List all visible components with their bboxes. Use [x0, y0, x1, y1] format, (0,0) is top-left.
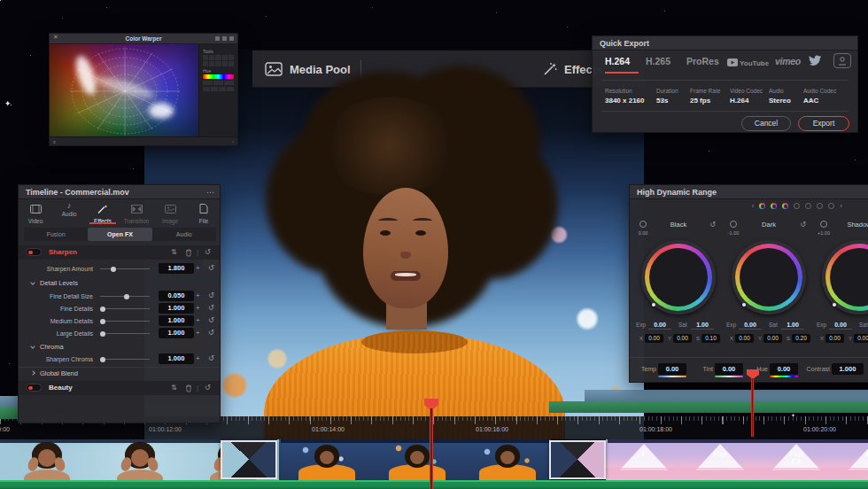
sat-value[interactable]: 1.00: [781, 320, 804, 330]
large-details-slider[interactable]: [100, 333, 150, 334]
sharpen-enable-toggle[interactable]: [26, 248, 42, 256]
beauty-enable-toggle[interactable]: [26, 384, 42, 392]
cancel-button[interactable]: Cancel: [741, 116, 791, 131]
tab-transition[interactable]: Transition: [120, 201, 153, 224]
reset-icon[interactable]: ↺: [208, 315, 214, 326]
reset-icon[interactable]: ↺: [208, 328, 214, 338]
keyframe-icon[interactable]: +: [196, 353, 200, 364]
audio-track-bar[interactable]: [0, 480, 868, 489]
tab-audio[interactable]: ♪ Audio: [52, 201, 86, 217]
sharpen-amount-slider[interactable]: [100, 268, 150, 269]
panel-option-icons[interactable]: [215, 36, 234, 41]
warper-controls[interactable]: [203, 81, 234, 85]
tint-value[interactable]: 0.00: [715, 363, 743, 375]
tab-vimeo[interactable]: vimeo: [775, 56, 801, 66]
reset-icon[interactable]: ↺: [800, 221, 806, 229]
subtab-openfx[interactable]: Open FX: [88, 228, 151, 241]
reset-icon[interactable]: ↺: [205, 381, 211, 395]
sharpen-amount-value[interactable]: 1.800: [159, 263, 194, 274]
x-value[interactable]: 0.00: [645, 334, 663, 343]
hue-value[interactable]: 0.00: [770, 363, 798, 375]
cross-dissolve-transition[interactable]: [221, 440, 277, 479]
warper-controls[interactable]: [203, 87, 234, 91]
chroma-section[interactable]: Chroma: [19, 341, 220, 353]
warper-tool-grid[interactable]: [203, 55, 234, 66]
y-value[interactable]: 0.00: [673, 334, 692, 343]
reset-icon[interactable]: ↺: [208, 353, 214, 364]
prev-zone-arrow[interactable]: ‹: [752, 203, 755, 209]
trash-icon[interactable]: [185, 249, 192, 258]
trash-icon[interactable]: [185, 384, 192, 393]
secondary-playhead-line[interactable]: [751, 378, 754, 437]
large-details-value[interactable]: 1.000: [159, 328, 194, 338]
audio-track-strip[interactable]: [549, 401, 868, 413]
tab-h265[interactable]: H.265: [646, 56, 670, 66]
tab-h264[interactable]: H.264: [605, 56, 630, 66]
global-blend-section[interactable]: Global Blend: [19, 367, 220, 378]
xys-row: X 0.00 Y 0.00 S 0.10: [634, 334, 723, 345]
tab-file[interactable]: File: [187, 201, 221, 224]
tab-effects[interactable]: Effects: [86, 201, 120, 224]
fine-detail-size-value[interactable]: 0.050: [159, 291, 194, 301]
reset-icon[interactable]: ↺: [205, 245, 211, 260]
next-zone-arrow[interactable]: ›: [840, 203, 842, 209]
tab-twitter[interactable]: [809, 55, 822, 66]
video-track-strip[interactable]: [0, 396, 18, 408]
reorder-icon[interactable]: ⇅: [171, 245, 177, 260]
keyframe-icon[interactable]: +: [196, 315, 200, 326]
hdr-zone-dots[interactable]: ‹ ›: [752, 203, 842, 209]
close-icon[interactable]: ✕: [53, 34, 58, 41]
video-track[interactable]: F Fuji Fuji EX Fuji EX: [0, 439, 868, 480]
hue-gradient-strip[interactable]: [203, 74, 234, 79]
reset-icon[interactable]: ↺: [208, 291, 214, 301]
detail-levels-section[interactable]: Detail Levels: [19, 277, 220, 289]
device-export-icon[interactable]: [833, 53, 851, 68]
video-track-strip[interactable]: [585, 390, 868, 401]
reset-icon[interactable]: ↺: [709, 221, 716, 229]
panel-menu-icon[interactable]: ⋯: [206, 185, 214, 199]
sharpen-chroma-value[interactable]: 1.000: [159, 353, 194, 364]
y-value[interactable]: 0.00: [854, 334, 868, 343]
keyframe-icon[interactable]: +: [196, 328, 200, 338]
reorder-icon[interactable]: ⇅: [171, 381, 177, 395]
exp-value[interactable]: 0.00: [648, 320, 671, 330]
reset-icon[interactable]: ↺: [208, 303, 214, 314]
medium-details-slider[interactable]: [100, 321, 150, 322]
color-warper-canvas[interactable]: [50, 44, 200, 138]
x-value[interactable]: 0.00: [825, 334, 844, 343]
keyframe-icon[interactable]: +: [196, 303, 200, 314]
y-value[interactable]: 0.00: [763, 334, 782, 343]
exp-value[interactable]: 0.00: [739, 320, 762, 330]
tab-video[interactable]: Video: [19, 201, 52, 224]
tab-prores[interactable]: ProRes: [686, 56, 719, 66]
contrast-value[interactable]: 1.000: [832, 363, 864, 375]
cross-dissolve-transition[interactable]: [549, 440, 606, 479]
tab-image[interactable]: Image: [153, 201, 187, 224]
keyframe-icon[interactable]: +: [196, 291, 200, 301]
dark-color-wheel[interactable]: [732, 240, 806, 314]
reset-icon[interactable]: ↺: [208, 263, 214, 274]
field-label: Duration: [656, 88, 678, 94]
keyframe-icon[interactable]: +: [196, 263, 200, 274]
fine-details-slider[interactable]: [100, 308, 150, 309]
medium-details-value[interactable]: 1.000: [159, 315, 194, 326]
x-value[interactable]: 0.00: [735, 334, 754, 343]
clip-fuji[interactable]: F Fuji Fuji EX Fuji EX: [606, 439, 868, 480]
sat-value[interactable]: 1.00: [691, 320, 714, 330]
subtab-fusion[interactable]: Fusion: [24, 228, 88, 241]
audio-track-strip[interactable]: [0, 408, 18, 419]
subtab-audio[interactable]: Audio: [152, 228, 216, 241]
black-color-wheel[interactable]: [641, 240, 716, 314]
clip-orange-sweater[interactable]: [279, 439, 551, 480]
s-value[interactable]: 0.10: [701, 334, 720, 343]
fine-detail-size-slider[interactable]: [100, 296, 150, 297]
s-value[interactable]: 0.20: [792, 334, 810, 343]
sharpen-chroma-slider[interactable]: [100, 359, 150, 360]
temp-value[interactable]: 0.00: [658, 363, 686, 375]
export-button[interactable]: Export: [798, 116, 849, 131]
exp-value[interactable]: 0.00: [829, 320, 852, 330]
fine-details-value[interactable]: 1.000: [159, 303, 194, 314]
playhead-line[interactable]: [430, 408, 433, 489]
tab-youtube[interactable]: YouTube: [727, 58, 769, 67]
shadow-color-wheel[interactable]: [822, 240, 868, 314]
